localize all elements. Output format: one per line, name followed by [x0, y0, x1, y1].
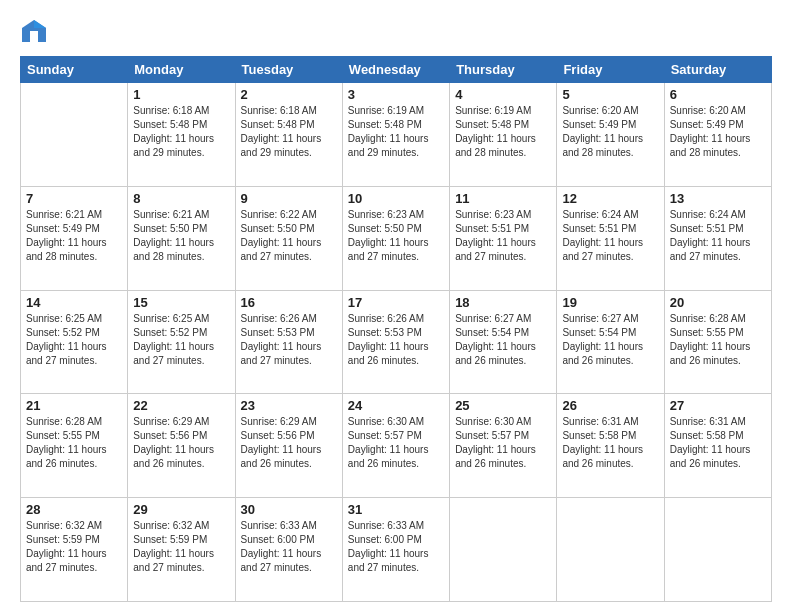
day-info: Sunrise: 6:20 AM Sunset: 5:49 PM Dayligh…: [670, 104, 766, 160]
day-info: Sunrise: 6:21 AM Sunset: 5:50 PM Dayligh…: [133, 208, 229, 264]
day-number: 30: [241, 502, 337, 517]
calendar-cell: 5Sunrise: 6:20 AM Sunset: 5:49 PM Daylig…: [557, 83, 664, 187]
day-info: Sunrise: 6:26 AM Sunset: 5:53 PM Dayligh…: [348, 312, 444, 368]
day-number: 26: [562, 398, 658, 413]
calendar-cell: 1Sunrise: 6:18 AM Sunset: 5:48 PM Daylig…: [128, 83, 235, 187]
col-wednesday: Wednesday: [342, 57, 449, 83]
day-info: Sunrise: 6:33 AM Sunset: 6:00 PM Dayligh…: [348, 519, 444, 575]
calendar-cell: 21Sunrise: 6:28 AM Sunset: 5:55 PM Dayli…: [21, 394, 128, 498]
day-number: 13: [670, 191, 766, 206]
day-number: 2: [241, 87, 337, 102]
day-number: 14: [26, 295, 122, 310]
day-info: Sunrise: 6:25 AM Sunset: 5:52 PM Dayligh…: [133, 312, 229, 368]
day-number: 18: [455, 295, 551, 310]
day-info: Sunrise: 6:33 AM Sunset: 6:00 PM Dayligh…: [241, 519, 337, 575]
day-number: 7: [26, 191, 122, 206]
calendar-cell: 10Sunrise: 6:23 AM Sunset: 5:50 PM Dayli…: [342, 186, 449, 290]
calendar-cell: 16Sunrise: 6:26 AM Sunset: 5:53 PM Dayli…: [235, 290, 342, 394]
day-info: Sunrise: 6:28 AM Sunset: 5:55 PM Dayligh…: [670, 312, 766, 368]
day-info: Sunrise: 6:22 AM Sunset: 5:50 PM Dayligh…: [241, 208, 337, 264]
day-info: Sunrise: 6:24 AM Sunset: 5:51 PM Dayligh…: [670, 208, 766, 264]
calendar-week-row: 28Sunrise: 6:32 AM Sunset: 5:59 PM Dayli…: [21, 498, 772, 602]
calendar-week-row: 21Sunrise: 6:28 AM Sunset: 5:55 PM Dayli…: [21, 394, 772, 498]
calendar-cell: 28Sunrise: 6:32 AM Sunset: 5:59 PM Dayli…: [21, 498, 128, 602]
logo: [20, 18, 52, 46]
calendar-cell: 24Sunrise: 6:30 AM Sunset: 5:57 PM Dayli…: [342, 394, 449, 498]
calendar-cell: 7Sunrise: 6:21 AM Sunset: 5:49 PM Daylig…: [21, 186, 128, 290]
day-info: Sunrise: 6:21 AM Sunset: 5:49 PM Dayligh…: [26, 208, 122, 264]
calendar-cell: [664, 498, 771, 602]
calendar-cell: 31Sunrise: 6:33 AM Sunset: 6:00 PM Dayli…: [342, 498, 449, 602]
day-number: 17: [348, 295, 444, 310]
day-number: 27: [670, 398, 766, 413]
calendar-cell: 9Sunrise: 6:22 AM Sunset: 5:50 PM Daylig…: [235, 186, 342, 290]
logo-icon: [20, 18, 48, 46]
calendar-cell: 12Sunrise: 6:24 AM Sunset: 5:51 PM Dayli…: [557, 186, 664, 290]
day-info: Sunrise: 6:18 AM Sunset: 5:48 PM Dayligh…: [133, 104, 229, 160]
day-info: Sunrise: 6:18 AM Sunset: 5:48 PM Dayligh…: [241, 104, 337, 160]
calendar-cell: 14Sunrise: 6:25 AM Sunset: 5:52 PM Dayli…: [21, 290, 128, 394]
calendar-cell: 2Sunrise: 6:18 AM Sunset: 5:48 PM Daylig…: [235, 83, 342, 187]
calendar-week-row: 7Sunrise: 6:21 AM Sunset: 5:49 PM Daylig…: [21, 186, 772, 290]
day-info: Sunrise: 6:31 AM Sunset: 5:58 PM Dayligh…: [562, 415, 658, 471]
col-monday: Monday: [128, 57, 235, 83]
calendar-cell: [21, 83, 128, 187]
calendar-cell: 13Sunrise: 6:24 AM Sunset: 5:51 PM Dayli…: [664, 186, 771, 290]
day-number: 9: [241, 191, 337, 206]
col-saturday: Saturday: [664, 57, 771, 83]
day-number: 20: [670, 295, 766, 310]
day-info: Sunrise: 6:27 AM Sunset: 5:54 PM Dayligh…: [562, 312, 658, 368]
day-info: Sunrise: 6:20 AM Sunset: 5:49 PM Dayligh…: [562, 104, 658, 160]
col-thursday: Thursday: [450, 57, 557, 83]
day-info: Sunrise: 6:30 AM Sunset: 5:57 PM Dayligh…: [455, 415, 551, 471]
day-number: 22: [133, 398, 229, 413]
day-number: 12: [562, 191, 658, 206]
calendar-cell: [557, 498, 664, 602]
calendar-week-row: 1Sunrise: 6:18 AM Sunset: 5:48 PM Daylig…: [21, 83, 772, 187]
calendar-cell: 27Sunrise: 6:31 AM Sunset: 5:58 PM Dayli…: [664, 394, 771, 498]
day-number: 28: [26, 502, 122, 517]
calendar-cell: 3Sunrise: 6:19 AM Sunset: 5:48 PM Daylig…: [342, 83, 449, 187]
day-number: 24: [348, 398, 444, 413]
calendar-cell: 26Sunrise: 6:31 AM Sunset: 5:58 PM Dayli…: [557, 394, 664, 498]
calendar-cell: 19Sunrise: 6:27 AM Sunset: 5:54 PM Dayli…: [557, 290, 664, 394]
svg-rect-2: [30, 31, 38, 42]
day-number: 29: [133, 502, 229, 517]
day-number: 4: [455, 87, 551, 102]
calendar-cell: 20Sunrise: 6:28 AM Sunset: 5:55 PM Dayli…: [664, 290, 771, 394]
day-number: 8: [133, 191, 229, 206]
calendar-cell: 17Sunrise: 6:26 AM Sunset: 5:53 PM Dayli…: [342, 290, 449, 394]
day-number: 23: [241, 398, 337, 413]
calendar-cell: 23Sunrise: 6:29 AM Sunset: 5:56 PM Dayli…: [235, 394, 342, 498]
calendar-week-row: 14Sunrise: 6:25 AM Sunset: 5:52 PM Dayli…: [21, 290, 772, 394]
calendar-cell: 8Sunrise: 6:21 AM Sunset: 5:50 PM Daylig…: [128, 186, 235, 290]
day-info: Sunrise: 6:32 AM Sunset: 5:59 PM Dayligh…: [133, 519, 229, 575]
day-info: Sunrise: 6:26 AM Sunset: 5:53 PM Dayligh…: [241, 312, 337, 368]
day-number: 11: [455, 191, 551, 206]
page: Sunday Monday Tuesday Wednesday Thursday…: [0, 0, 792, 612]
day-info: Sunrise: 6:31 AM Sunset: 5:58 PM Dayligh…: [670, 415, 766, 471]
day-info: Sunrise: 6:25 AM Sunset: 5:52 PM Dayligh…: [26, 312, 122, 368]
day-info: Sunrise: 6:19 AM Sunset: 5:48 PM Dayligh…: [455, 104, 551, 160]
day-number: 10: [348, 191, 444, 206]
calendar-cell: 30Sunrise: 6:33 AM Sunset: 6:00 PM Dayli…: [235, 498, 342, 602]
col-tuesday: Tuesday: [235, 57, 342, 83]
day-info: Sunrise: 6:19 AM Sunset: 5:48 PM Dayligh…: [348, 104, 444, 160]
day-number: 16: [241, 295, 337, 310]
calendar-cell: 25Sunrise: 6:30 AM Sunset: 5:57 PM Dayli…: [450, 394, 557, 498]
day-info: Sunrise: 6:32 AM Sunset: 5:59 PM Dayligh…: [26, 519, 122, 575]
calendar-cell: 11Sunrise: 6:23 AM Sunset: 5:51 PM Dayli…: [450, 186, 557, 290]
day-number: 19: [562, 295, 658, 310]
day-number: 1: [133, 87, 229, 102]
day-number: 21: [26, 398, 122, 413]
day-number: 15: [133, 295, 229, 310]
day-info: Sunrise: 6:30 AM Sunset: 5:57 PM Dayligh…: [348, 415, 444, 471]
day-number: 3: [348, 87, 444, 102]
calendar-header-row: Sunday Monday Tuesday Wednesday Thursday…: [21, 57, 772, 83]
calendar-table: Sunday Monday Tuesday Wednesday Thursday…: [20, 56, 772, 602]
svg-marker-1: [34, 20, 46, 28]
calendar-cell: [450, 498, 557, 602]
calendar-cell: 4Sunrise: 6:19 AM Sunset: 5:48 PM Daylig…: [450, 83, 557, 187]
day-info: Sunrise: 6:23 AM Sunset: 5:50 PM Dayligh…: [348, 208, 444, 264]
calendar-cell: 6Sunrise: 6:20 AM Sunset: 5:49 PM Daylig…: [664, 83, 771, 187]
